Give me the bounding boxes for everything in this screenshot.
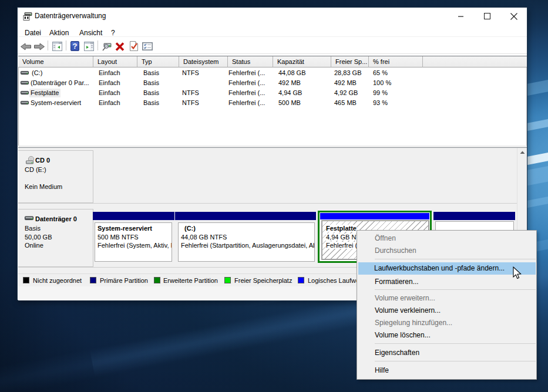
svg-text:?: ? (73, 42, 78, 50)
